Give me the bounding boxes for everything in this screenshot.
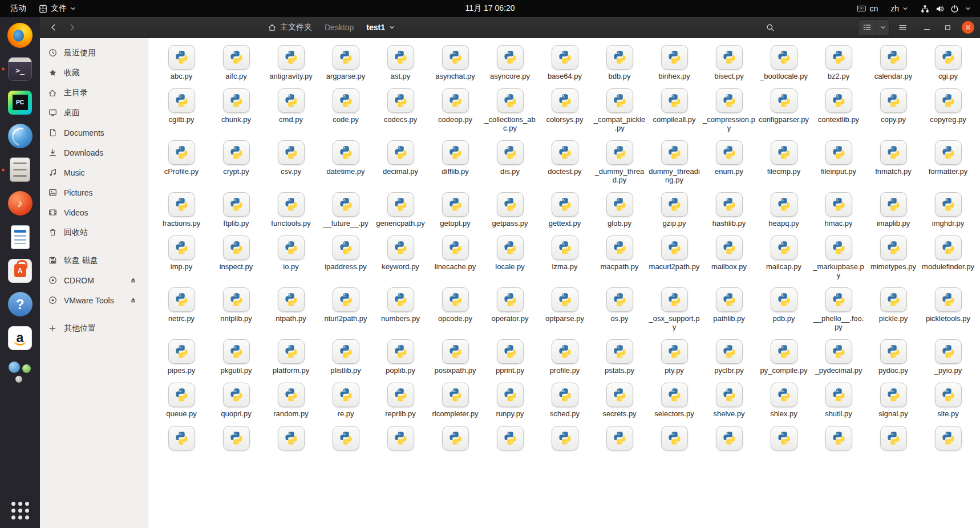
file-item[interactable]: argparse.py <box>318 45 373 80</box>
dock-item-amazon[interactable]: a <box>0 321 40 355</box>
file-item[interactable]: difflib.py <box>428 140 483 184</box>
file-item[interactable] <box>209 426 264 450</box>
view-options-dropdown[interactable] <box>876 20 889 35</box>
file-item[interactable] <box>483 426 537 450</box>
system-menu[interactable] <box>915 3 977 15</box>
file-item[interactable]: doctest.py <box>537 140 592 184</box>
file-item[interactable]: signal.py <box>866 383 921 418</box>
sidebar-item-starred[interactable]: 收藏 <box>40 63 148 83</box>
file-item[interactable]: pty.py <box>647 339 702 375</box>
file-item[interactable] <box>756 426 811 450</box>
file-item[interactable]: heapq.py <box>756 192 811 228</box>
file-item[interactable]: copy.py <box>866 88 921 132</box>
breadcrumb-home[interactable]: 主文件夹 <box>262 19 318 35</box>
file-item[interactable] <box>702 426 756 450</box>
file-item[interactable] <box>154 426 209 450</box>
file-item[interactable] <box>866 426 921 450</box>
dock-item-pycharm[interactable]: PC <box>0 86 40 119</box>
file-item[interactable]: keyword.py <box>373 235 428 279</box>
file-item[interactable]: fnmatch.py <box>866 140 921 184</box>
file-item[interactable]: _dummy_thread.py <box>592 140 647 184</box>
file-item[interactable]: _markupbase.py <box>811 235 866 279</box>
file-item[interactable]: pstats.py <box>592 339 647 375</box>
file-item[interactable]: copyreg.py <box>921 88 975 132</box>
file-item[interactable]: aifc.py <box>209 45 264 80</box>
file-item[interactable]: calendar.py <box>866 45 921 80</box>
file-item[interactable]: imp.py <box>154 235 209 279</box>
eject-button[interactable] <box>126 294 140 307</box>
file-item[interactable]: csv.py <box>264 140 318 184</box>
file-item[interactable]: site.py <box>921 383 975 418</box>
file-item[interactable] <box>373 426 428 450</box>
file-item[interactable]: binhex.py <box>647 45 702 80</box>
file-item[interactable]: profile.py <box>537 339 592 375</box>
file-item[interactable]: dis.py <box>483 140 537 184</box>
app-menu[interactable]: 文件 <box>33 2 82 15</box>
file-item[interactable]: imghdr.py <box>921 192 975 228</box>
input-source-menu[interactable]: zh <box>885 2 914 15</box>
file-item[interactable]: _compression.py <box>702 88 756 132</box>
file-item[interactable]: hashlib.py <box>702 192 756 228</box>
file-item[interactable]: hmac.py <box>811 192 866 228</box>
sidebar-item-pictures[interactable]: Pictures <box>40 182 148 202</box>
file-item[interactable]: posixpath.py <box>428 339 483 375</box>
activities-button[interactable]: 活动 <box>5 2 32 15</box>
file-item[interactable]: contextlib.py <box>811 88 866 132</box>
file-item[interactable]: _pydecimal.py <box>811 339 866 375</box>
file-item[interactable]: pickle.py <box>866 287 921 331</box>
close-button[interactable] <box>962 21 974 34</box>
file-item[interactable]: fileinput.py <box>811 140 866 184</box>
file-item[interactable]: platform.py <box>264 339 318 375</box>
file-item[interactable]: pkgutil.py <box>209 339 264 375</box>
file-item[interactable]: asyncore.py <box>483 45 537 80</box>
file-item[interactable] <box>811 426 866 450</box>
file-item[interactable]: nturl2path.py <box>318 287 373 331</box>
file-item[interactable]: __future__.py <box>318 192 373 228</box>
file-item[interactable]: formatter.py <box>921 140 975 184</box>
file-item[interactable]: bz2.py <box>811 45 866 80</box>
file-item[interactable] <box>428 426 483 450</box>
file-item[interactable]: opcode.py <box>428 287 483 331</box>
sidebar-item-vmware-tools[interactable]: VMware Tools <box>40 290 148 310</box>
file-item[interactable]: operator.py <box>483 287 537 331</box>
forward-button[interactable] <box>64 19 80 35</box>
file-item[interactable]: __phello__.foo.py <box>811 287 866 331</box>
file-item[interactable]: datetime.py <box>318 140 373 184</box>
file-item[interactable]: bisect.py <box>702 45 756 80</box>
file-item[interactable] <box>592 426 647 450</box>
file-item[interactable]: numbers.py <box>373 287 428 331</box>
file-item[interactable]: pyclbr.py <box>702 339 756 375</box>
file-item[interactable]: code.py <box>318 88 373 132</box>
file-item[interactable]: codeop.py <box>428 88 483 132</box>
sidebar-item-videos[interactable]: Videos <box>40 202 148 222</box>
back-button[interactable] <box>46 19 62 35</box>
file-item[interactable]: gzip.py <box>647 192 702 228</box>
file-item[interactable]: io.py <box>264 235 318 279</box>
file-item[interactable]: queue.py <box>154 383 209 418</box>
file-item[interactable] <box>318 426 373 450</box>
file-item[interactable]: _pyio.py <box>921 339 975 375</box>
file-item[interactable]: colorsys.py <box>537 88 592 132</box>
file-item[interactable]: cProfile.py <box>154 140 209 184</box>
dock-item-rhythmbox[interactable]: ♪ <box>0 186 40 220</box>
file-item[interactable]: macurl2path.py <box>647 235 702 279</box>
file-item[interactable]: dummy_threading.py <box>647 140 702 184</box>
breadcrumb-desktop[interactable]: Desktop <box>319 20 359 35</box>
file-item[interactable]: asynchat.py <box>428 45 483 80</box>
file-item[interactable]: nntplib.py <box>209 287 264 331</box>
file-item[interactable] <box>921 426 975 450</box>
file-item[interactable] <box>537 426 592 450</box>
file-item[interactable] <box>264 426 318 450</box>
file-item[interactable]: glob.py <box>592 192 647 228</box>
file-item[interactable]: py_compile.py <box>756 339 811 375</box>
sidebar-item-music[interactable]: Music <box>40 163 148 182</box>
show-applications-button[interactable] <box>0 495 40 526</box>
file-item[interactable]: rlcompleter.py <box>428 383 483 418</box>
keyboard-indicator[interactable]: cn <box>851 2 884 15</box>
maximize-button[interactable] <box>941 21 954 34</box>
file-item[interactable]: os.py <box>592 287 647 331</box>
file-item[interactable]: modulefinder.py <box>921 235 975 279</box>
file-item[interactable]: ast.py <box>373 45 428 80</box>
file-item[interactable]: imaplib.py <box>866 192 921 228</box>
hamburger-menu-button[interactable] <box>894 19 910 35</box>
